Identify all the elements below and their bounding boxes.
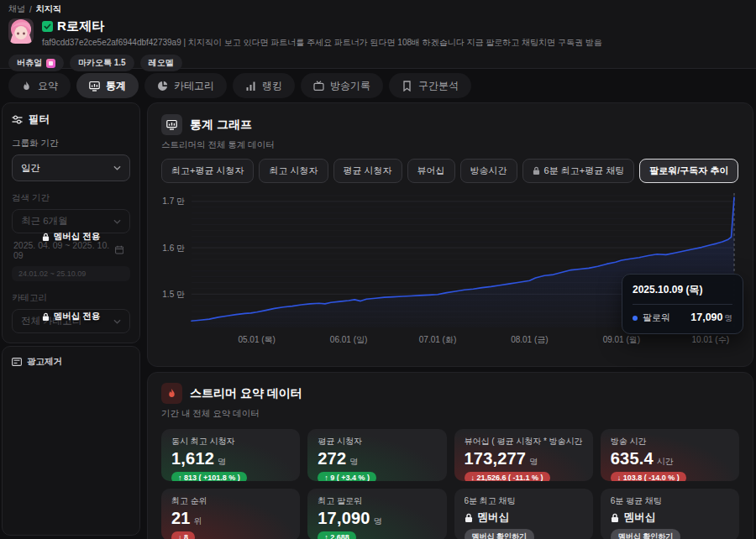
membership-check-button[interactable]: 멤버십 확인하기 [465, 529, 535, 539]
lock-icon [611, 513, 619, 523]
delta-badge: ↓ 8 [171, 531, 195, 539]
tooltip-series-name: 팔로워 [643, 311, 670, 324]
category-group: 전체 카테고리 멤버십 전용 [12, 309, 130, 333]
membership-check-button[interactable]: 멤버십 확인하기 [611, 529, 681, 539]
tab-구간분석[interactable]: 구간분석 [389, 73, 471, 98]
card-value: 635.4 [611, 449, 654, 468]
main-tabs: 요약통계카테고리랭킹방송기록구간분석 [0, 69, 756, 102]
group-period-select[interactable]: 일간 [12, 154, 130, 181]
stats-graph-title: 통계 그래프 [190, 118, 252, 133]
breadcrumb-separator: / [29, 5, 32, 14]
tab-label: 요약 [38, 79, 58, 93]
segment-icon [402, 81, 412, 92]
tab-label: 랭킹 [262, 79, 282, 93]
delta-badge: ↓ 21,526.6 ( -11.1 % ) [465, 472, 550, 481]
ad-banner-icon [12, 358, 22, 366]
breadcrumb: 채널 / 치지직 [8, 3, 748, 15]
summary-cards: 동시 최고 시청자1,612명↑ 813 ( +101.8 % )평균 시청자2… [161, 429, 739, 539]
metric-button[interactable]: 최고+평균 시청자 [161, 159, 254, 183]
tab-방송기록[interactable]: 방송기록 [301, 73, 383, 98]
ad-removal-card: 광고제거 [2, 346, 140, 536]
tab-통계[interactable]: 통계 [76, 73, 139, 98]
breadcrumb-current: 치지직 [36, 3, 61, 15]
metric-button[interactable]: 6분 최고+평균 채팅 [522, 159, 635, 183]
available-range-note: 24.01.02 ~ 25.10.09 [12, 266, 130, 281]
tab-label: 방송기록 [330, 79, 370, 93]
main-area: 통계 그래프 스트리머의 전체 통계 데이터 최고+평균 시청자최고 시청자평균… [147, 102, 753, 536]
summary-card: 동시 최고 시청자1,612명↑ 813 ( +101.8 % ) [161, 429, 300, 481]
category-select: 전체 카테고리 [12, 309, 130, 333]
card-value: 21 [171, 509, 191, 528]
metric-buttons: 최고+평균 시청자최고 시청자평균 시청자뷰어십방송시간6분 최고+평균 채팅팔… [161, 159, 739, 183]
lock-icon [465, 513, 473, 523]
follower-trend-chart[interactable]: 1.5 만1.6 만1.7 만05.01 (목)06.01 (일)07.01 (… [161, 186, 739, 363]
channel-description: faf9cdd37e2ce5e2af6944dbf42739a9 | 치지직이 … [42, 37, 602, 49]
delta-badge: ↑ 9 ( +3.4 % ) [318, 472, 376, 481]
channel-tag-label: 마카오톡 1.5 [78, 57, 126, 69]
avatar[interactable] [8, 18, 34, 44]
tab-label: 통계 [106, 79, 126, 93]
category-label: 카테고리 [12, 292, 130, 304]
pie-icon [157, 81, 168, 92]
svg-text:1.7 만: 1.7 만 [162, 196, 185, 206]
avatar-illustration [8, 18, 34, 44]
svg-text:07.01 (화): 07.01 (화) [419, 335, 456, 344]
series-dot-icon [633, 316, 638, 321]
summary-card: 최고 팔로워17,090명↑ 2,688 [307, 489, 446, 539]
tab-label: 카테고리 [174, 79, 214, 93]
summary-subtitle: 기간 내 전체 요약 데이터 [161, 408, 739, 420]
channel-tag: 마카오톡 1.5 [70, 55, 134, 71]
card-unit: 위 [194, 515, 202, 527]
metric-button-label: 뷰어십 [417, 165, 445, 177]
card-unit: 명 [529, 456, 538, 468]
metric-button[interactable]: 방송시간 [460, 159, 517, 183]
summary-card: 뷰어십 ( 평균 시청자 * 방송시간 )173,277명↓ 21,526.6 … [454, 429, 593, 481]
card-unit: 명 [218, 456, 226, 468]
summary-card: 6분 평균 채팅멤버십멤버십 확인하기 [601, 489, 739, 539]
tab-랭킹[interactable]: 랭킹 [233, 73, 295, 98]
card-label: 평균 시청자 [318, 436, 436, 447]
metric-button-label: 최고+평균 시청자 [171, 165, 244, 177]
streamer-summary-panel: 스트리머 요약 데이터 기간 내 전체 요약 데이터 동시 최고 시청자1,61… [147, 372, 753, 539]
filter-sliders-icon [12, 114, 23, 125]
channel-tag: 버츄얼 [8, 55, 64, 71]
date-range-value: 2025. 04. 09 ~ 2025. 10. 09 [13, 240, 115, 260]
channel-tag-label: 레오멜 [149, 57, 174, 69]
search-period-label: 검색 기간 [12, 192, 130, 204]
card-unit: 시간 [657, 456, 674, 468]
content: 필터 그룹화 기간 일간 검색 기간 최근 6개월 멤버십 전용 [0, 102, 756, 537]
card-value: 272 [318, 449, 346, 468]
search-period-group: 최근 6개월 멤버십 전용 2025. 04. 09 ~ 2025. 10. 0… [12, 209, 130, 281]
filter-title: 필터 [29, 113, 50, 127]
partner-verified-icon [42, 21, 53, 32]
metric-button[interactable]: 평균 시청자 [333, 159, 402, 183]
svg-text:06.01 (일): 06.01 (일) [330, 335, 367, 344]
card-label: 동시 최고 시청자 [171, 436, 290, 447]
stats-icon [89, 81, 100, 92]
metric-button[interactable]: 최고 시청자 [259, 159, 328, 183]
svg-text:05.01 (목): 05.01 (목) [238, 335, 275, 344]
card-label: 최고 팔로워 [318, 495, 436, 507]
channel-name: R로제타 [57, 18, 105, 34]
tab-요약[interactable]: 요약 [8, 73, 71, 98]
card-unit: 명 [349, 456, 358, 468]
metric-button[interactable]: 팔로워/구독자 추이 [639, 159, 738, 183]
card-unit: 명 [374, 515, 382, 527]
group-period-label: 그룹화 기간 [12, 138, 130, 149]
svg-text:10.01 (수): 10.01 (수) [692, 335, 729, 344]
period-preset-value: 최근 6개월 [21, 215, 68, 228]
ad-removal-header: 광고제거 [12, 356, 130, 368]
breadcrumb-root[interactable]: 채널 [8, 3, 25, 15]
chevron-down-icon [113, 319, 121, 324]
profile-row: R로제타 faf9cdd37e2ce5e2af6944dbf42739a9 | … [8, 18, 748, 49]
virtual-pink-icon [46, 59, 55, 68]
tab-카테고리[interactable]: 카테고리 [144, 73, 227, 98]
svg-text:09.01 (월): 09.01 (월) [603, 335, 640, 344]
summary-card: 방송 시간635.4시간↓ 103.8 ( -14.0 % ) [601, 429, 739, 481]
chart-tooltip: 2025.10.09 (목) 팔로워 17,090명 [622, 274, 743, 334]
metric-button[interactable]: 뷰어십 [407, 159, 455, 183]
ranking-icon [245, 81, 256, 92]
card-value: 17,090 [318, 509, 370, 528]
channel-tag-label: 버츄얼 [17, 57, 42, 69]
metric-button-label: 6분 최고+평균 채팅 [544, 165, 625, 177]
